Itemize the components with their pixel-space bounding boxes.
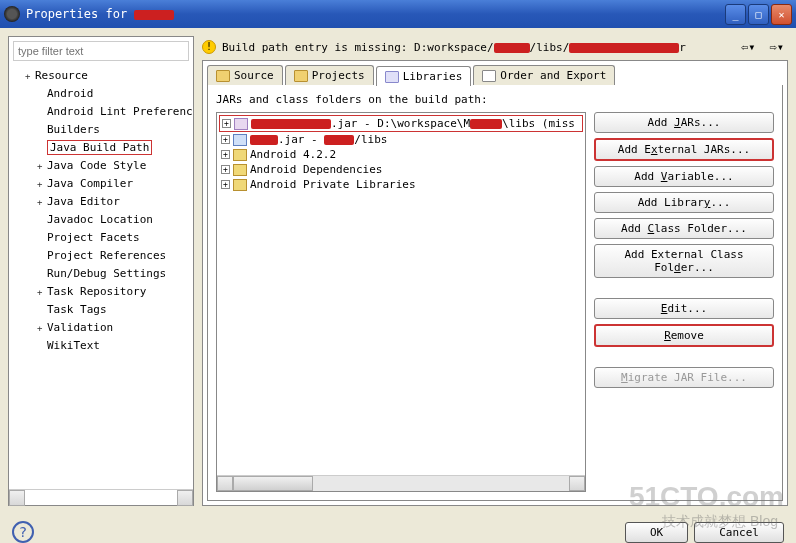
ok-button[interactable]: OK xyxy=(625,522,688,543)
tab-libraries[interactable]: Libraries xyxy=(376,66,472,86)
library-item[interactable]: +Android 4.2.2 xyxy=(219,147,583,162)
library-item[interactable]: +Android Dependencies xyxy=(219,162,583,177)
tab-source[interactable]: Source xyxy=(207,65,283,85)
tree-item-android-lint-preferences[interactable]: Android Lint Preferences xyxy=(13,103,189,121)
back-icon[interactable]: ⇦▾ xyxy=(737,40,759,54)
library-item[interactable]: +.jar - /libs xyxy=(219,132,583,147)
tree-item-java-editor[interactable]: +Java Editor xyxy=(13,193,189,211)
button-column: Add JARs... Add External JARs... Add Var… xyxy=(594,112,774,492)
titlebar: Properties for _ □ ✕ xyxy=(0,0,796,28)
expand-icon[interactable]: + xyxy=(221,150,230,159)
warning-icon: ! xyxy=(202,40,216,54)
folder-icon xyxy=(233,164,247,176)
warning-bar: ! Build path entry is missing: D:workspa… xyxy=(202,36,788,60)
expand-icon[interactable]: + xyxy=(37,284,47,300)
library-item[interactable]: +.jar - D:\workspace\M\libs (miss xyxy=(219,115,583,132)
maximize-button[interactable]: □ xyxy=(748,4,769,25)
app-icon xyxy=(4,6,20,22)
left-sidebar: +ResourceAndroidAndroid Lint Preferences… xyxy=(8,36,194,506)
scroll-right-icon[interactable] xyxy=(569,476,585,491)
edit-button[interactable]: Edit... xyxy=(594,298,774,319)
tree-item-java-code-style[interactable]: +Java Code Style xyxy=(13,157,189,175)
close-button[interactable]: ✕ xyxy=(771,4,792,25)
tree-item-resource[interactable]: +Resource xyxy=(13,67,189,85)
folder-icon xyxy=(216,70,230,82)
tree-item-android[interactable]: Android xyxy=(13,85,189,103)
expand-icon[interactable]: + xyxy=(37,176,47,192)
scroll-left-icon[interactable] xyxy=(217,476,233,491)
tree-item-builders[interactable]: Builders xyxy=(13,121,189,139)
add-external-class-folder-button[interactable]: Add External Class Folder... xyxy=(594,244,774,278)
order-icon xyxy=(482,70,496,82)
tab-content: JARs and class folders on the build path… xyxy=(207,85,783,501)
expand-icon[interactable]: + xyxy=(37,320,47,336)
forward-icon[interactable]: ⇨▾ xyxy=(766,40,788,54)
folder-icon xyxy=(294,70,308,82)
category-tree[interactable]: +ResourceAndroidAndroid Lint Preferences… xyxy=(9,65,193,489)
cancel-button[interactable]: Cancel xyxy=(694,522,784,543)
add-library-button[interactable]: Add Library... xyxy=(594,192,774,213)
content-label: JARs and class folders on the build path… xyxy=(216,93,774,106)
tree-item-wikitext[interactable]: WikiText xyxy=(13,337,189,355)
tree-item-project-references[interactable]: Project References xyxy=(13,247,189,265)
remove-button[interactable]: Remove xyxy=(594,324,774,347)
tabs: Source Projects Libraries Order and Expo… xyxy=(207,65,783,85)
scroll-right-icon[interactable] xyxy=(177,490,193,506)
tab-order-export[interactable]: Order and Export xyxy=(473,65,615,85)
libraries-list[interactable]: +.jar - D:\workspace\M\libs (miss+.jar -… xyxy=(216,112,586,492)
folder-icon xyxy=(233,179,247,191)
scroll-left-icon[interactable] xyxy=(9,490,25,506)
library-item[interactable]: +Android Private Libraries xyxy=(219,177,583,192)
filter-input[interactable] xyxy=(13,41,189,61)
titlebar-text: Properties for xyxy=(26,7,723,21)
tree-item-validation[interactable]: +Validation xyxy=(13,319,189,337)
tree-item-java-compiler[interactable]: +Java Compiler xyxy=(13,175,189,193)
expand-icon[interactable]: + xyxy=(25,68,35,84)
tab-projects[interactable]: Projects xyxy=(285,65,374,85)
migrate-jar-button: Migrate JAR File... xyxy=(594,367,774,388)
tree-item-javadoc-location[interactable]: Javadoc Location xyxy=(13,211,189,229)
expand-icon[interactable]: + xyxy=(221,180,230,189)
jar-icon xyxy=(234,118,248,130)
help-button[interactable]: ? xyxy=(12,521,34,543)
add-class-folder-button[interactable]: Add Class Folder... xyxy=(594,218,774,239)
library-icon xyxy=(385,71,399,83)
tree-item-task-tags[interactable]: Task Tags xyxy=(13,301,189,319)
folder-icon xyxy=(233,149,247,161)
tree-item-run-debug-settings[interactable]: Run/Debug Settings xyxy=(13,265,189,283)
tree-item-task-repository[interactable]: +Task Repository xyxy=(13,283,189,301)
expand-icon[interactable]: + xyxy=(221,135,230,144)
add-external-jars-button[interactable]: Add External JARs... xyxy=(594,138,774,161)
scroll-thumb[interactable] xyxy=(233,476,313,491)
add-jars-button[interactable]: Add JARs... xyxy=(594,112,774,133)
minimize-button[interactable]: _ xyxy=(725,4,746,25)
expand-icon[interactable]: + xyxy=(222,119,231,128)
tree-item-java-build-path[interactable]: Java Build Path xyxy=(13,139,189,157)
h-scrollbar[interactable] xyxy=(217,475,585,491)
expand-icon[interactable]: + xyxy=(221,165,230,174)
add-variable-button[interactable]: Add Variable... xyxy=(594,166,774,187)
tree-item-project-facets[interactable]: Project Facets xyxy=(13,229,189,247)
h-scrollbar[interactable] xyxy=(9,489,193,505)
ejar-icon xyxy=(233,134,247,146)
expand-icon[interactable]: + xyxy=(37,194,47,210)
bottom-bar: ? OK Cancel xyxy=(0,514,796,543)
warning-text: Build path entry is missing: D:workspace… xyxy=(222,41,731,54)
expand-icon[interactable]: + xyxy=(37,158,47,174)
